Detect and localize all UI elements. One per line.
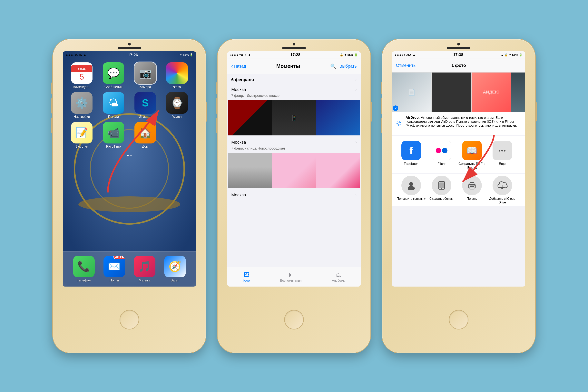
volume-up-button-2[interactable] — [216, 98, 218, 114]
tab-albums[interactable]: 🗂 Альбомы — [332, 272, 346, 282]
photo-strip-1[interactable]: ✓ 📄 — [392, 72, 431, 112]
app-notes[interactable]: 📝 Заметки — [68, 122, 96, 148]
svg-point-10 — [474, 185, 474, 186]
notes-icon: 📝 — [76, 127, 88, 139]
nav-title: Моменты — [276, 63, 300, 69]
app-camera-label: Камера — [139, 85, 151, 89]
location-2-city: Москва — [231, 140, 246, 145]
app-camera[interactable]: 📷 Камера — [131, 62, 160, 89]
status-right-2: 🔒 ✦ 55% 🔋 — [340, 53, 358, 57]
more-label: Еще — [499, 162, 506, 166]
app-messages-label: Сообщения — [104, 85, 122, 89]
back-button[interactable]: ‹ Назад — [231, 63, 246, 69]
volume-up-button[interactable] — [51, 98, 53, 114]
back-label: Назад — [234, 64, 246, 69]
carrier-label-2: ●●●●● YOTA — [230, 53, 246, 56]
app-weather-label: Погода — [108, 115, 119, 119]
app-weather[interactable]: 🌤 Погода — [99, 92, 128, 119]
tab-photos[interactable]: 🖼 Фото — [243, 272, 250, 282]
flickr-label: Flickr — [438, 162, 446, 166]
iphone-1: ●●●●● YOTA ▲ 17:26 ✦ 55% 🔋 среда 5 Кален… — [53, 39, 206, 353]
battery-label-3: 51% 🔋 — [512, 53, 522, 57]
app-calendar-label: Календарь — [73, 85, 90, 89]
app-settings[interactable]: ⚙️ Настройки — [68, 92, 96, 119]
tab-photos-label: Фото — [243, 279, 250, 282]
app-calendar[interactable]: среда 5 Календарь — [68, 62, 96, 89]
photo-checkmark: ✓ — [393, 106, 398, 111]
action-wallpaper[interactable]: Сделать обоями — [426, 176, 457, 204]
action-icloud[interactable]: Добавить в iCloud Drive — [487, 176, 518, 204]
time-display-2: 17:28 — [290, 52, 300, 57]
app-watch[interactable]: ⌚ Watch — [163, 92, 191, 119]
volume-down-button[interactable] — [51, 118, 53, 133]
photo-thumb-6[interactable] — [316, 153, 360, 188]
camera-icon: 📷 — [139, 67, 152, 79]
action-print[interactable]: Печать — [457, 176, 487, 204]
location-1-header: Москва › — [227, 84, 361, 93]
airdrop-icon — [396, 116, 402, 131]
share-more[interactable]: ••• Еще — [487, 141, 518, 170]
earpiece-speaker — [118, 47, 141, 50]
cancel-button[interactable]: Отменить — [396, 63, 416, 68]
volume-up-button-3[interactable] — [381, 98, 382, 114]
svg-point-6 — [441, 188, 442, 190]
photo-thumb-4[interactable] — [228, 153, 272, 188]
photo-strip-3[interactable]: АИДЕЮ — [472, 72, 511, 112]
app-shazam[interactable]: S Shazam — [131, 92, 160, 119]
select-button[interactable]: Выбрать — [339, 64, 357, 69]
status-left-3: ●●●●● YOTA ▲ — [395, 53, 416, 57]
share-flickr[interactable]: Flickr — [426, 141, 457, 170]
dock-phone[interactable]: 📞 Телефон — [73, 256, 95, 282]
home-button-1[interactable] — [120, 310, 139, 330]
action-assign-contact[interactable]: Присвоить контакту — [396, 176, 426, 204]
app-messages[interactable]: 💬 Сообщения — [99, 62, 128, 89]
photo-strip-4[interactable] — [511, 72, 525, 112]
date-section-1: 6 февраля › — [227, 74, 361, 84]
share-ibooks[interactable]: 📖 Сохранить PDF в iBooks — [457, 141, 487, 170]
dock-mail[interactable]: ✉️ 25 340 Почта — [104, 256, 125, 282]
dock-mail-label: Почта — [110, 278, 119, 282]
dock-phone-label: Телефон — [77, 278, 91, 282]
photo-thumb-1[interactable] — [228, 100, 272, 136]
power-button[interactable] — [206, 102, 207, 122]
photo-thumb-5[interactable] — [272, 153, 316, 188]
tab-photos-icon: 🖼 — [243, 272, 249, 278]
photo-thumb-2[interactable]: 📱 — [272, 100, 316, 136]
svg-rect-5 — [440, 182, 444, 188]
svg-point-1 — [398, 124, 400, 126]
home-button-3[interactable] — [449, 310, 468, 330]
app-facetime-label: FaceTime — [106, 145, 121, 148]
app-photos[interactable]: Фото — [163, 62, 191, 89]
power-button-3[interactable] — [535, 102, 537, 122]
app-home[interactable]: 🏠 Дом — [131, 122, 160, 148]
chevron-right-2: › — [355, 87, 357, 92]
photo-grid-2 — [227, 153, 361, 189]
dock-music[interactable]: 🎵 Музыка — [134, 256, 156, 282]
iphone-bottom-2 — [284, 286, 304, 353]
volume-down-button-2[interactable] — [216, 118, 218, 133]
earpiece-speaker-3 — [447, 47, 470, 50]
airdrop-section: AirDrop. Мгновенный обмен данными с теми… — [392, 112, 525, 135]
photo-strip-2[interactable] — [432, 72, 471, 112]
tab-memories[interactable]: ⏵ Воспоминания — [280, 272, 302, 282]
home-button-2[interactable] — [284, 310, 304, 330]
icloud-icon — [492, 176, 512, 195]
dock-safari-label: Safari — [170, 278, 179, 282]
carrier-label-3: ●●●●● YOTA — [395, 53, 411, 56]
photo-thumb-3[interactable] — [316, 100, 360, 136]
share-icons: f Facebook Flickr 📖 Со — [392, 136, 525, 173]
app-facetime[interactable]: 📹 FaceTime — [99, 122, 128, 148]
page-dot-1 — [127, 155, 128, 156]
dock: 📞 Телефон ✉️ 25 340 Почта 🎵 Музыка 🧭 — [63, 251, 196, 286]
wallpaper-icon — [432, 176, 452, 195]
power-button-2[interactable] — [370, 102, 372, 122]
share-facebook[interactable]: f Facebook — [396, 141, 426, 170]
lock-icon-2: 🔒 — [340, 53, 344, 57]
app-shazam-label: Shazam — [139, 115, 151, 119]
dock-safari[interactable]: 🧭 Safari — [164, 256, 186, 282]
front-camera — [128, 43, 131, 46]
volume-down-button-3[interactable] — [381, 118, 382, 133]
wifi-icon-3: ▲ — [412, 53, 416, 57]
search-icon[interactable]: 🔍 — [330, 64, 336, 69]
more-icon: ••• — [498, 147, 506, 154]
